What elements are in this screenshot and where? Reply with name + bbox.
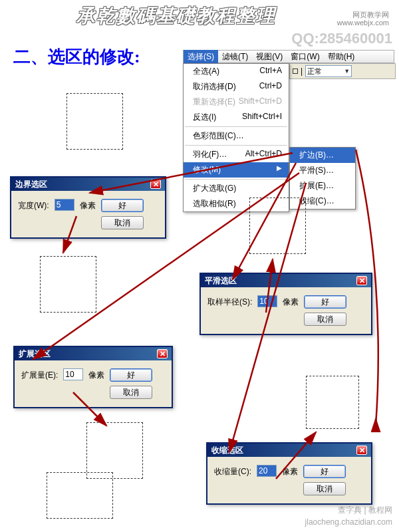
menu-item-inverse[interactable]: 反选(I)Shift+Ctrl+I bbox=[184, 110, 289, 125]
menu-item-reselect: 重新选择(E)Shift+Ctrl+D bbox=[184, 94, 289, 110]
cancel-button[interactable]: 取消 bbox=[110, 386, 152, 399]
ok-button[interactable]: 好 bbox=[303, 465, 346, 478]
menu-view[interactable]: 视图(V) bbox=[252, 50, 287, 64]
selection-box bbox=[306, 376, 359, 429]
menu-item-modify[interactable]: 修改(M)▶ bbox=[184, 162, 289, 178]
dialog-titlebar: 平滑选区 ✕ bbox=[201, 274, 371, 287]
unit-label: 像素 bbox=[80, 199, 96, 211]
submenu-item-border[interactable]: 扩边(B)… bbox=[290, 148, 355, 163]
tool-sep: | bbox=[301, 66, 303, 76]
dialog-title: 扩展选区 bbox=[19, 348, 51, 360]
selection-box bbox=[249, 198, 306, 254]
submenu-item-smooth[interactable]: 平滑(S)… bbox=[290, 163, 355, 178]
menu-item-colorrange[interactable]: 色彩范围(C)… bbox=[184, 128, 289, 144]
dialog-expand: 扩展选区 ✕ 扩展量(E): 像素 好 取消 bbox=[13, 346, 173, 408]
menubar: 选择(S) 滤镜(T) 视图(V) 窗口(W) 帮助(H) bbox=[183, 50, 394, 63]
menu-select[interactable]: 选择(S) bbox=[184, 50, 218, 64]
width-label: 宽度(W): bbox=[18, 199, 49, 211]
selection-box bbox=[86, 422, 143, 479]
submenu-item-expand[interactable]: 扩展(E)… bbox=[290, 178, 355, 194]
watermark-footer-url: jlaocheng.chazidian.com bbox=[305, 517, 392, 527]
close-icon[interactable]: ✕ bbox=[356, 276, 367, 285]
contract-input[interactable] bbox=[257, 465, 277, 477]
cancel-button[interactable]: 取消 bbox=[304, 313, 346, 326]
radius-input[interactable] bbox=[257, 295, 277, 307]
ok-button[interactable]: 好 bbox=[110, 368, 152, 382]
close-icon[interactable]: ✕ bbox=[157, 349, 168, 358]
select-menu-dropdown: 全选(A)Ctrl+A 取消选择(D)Ctrl+D 重新选择(E)Shift+C… bbox=[183, 63, 289, 212]
selection-box bbox=[47, 472, 113, 519]
blend-mode-value: 正常 bbox=[307, 66, 322, 76]
unit-label: 像素 bbox=[283, 295, 299, 308]
tool-icon[interactable] bbox=[293, 66, 298, 76]
close-icon[interactable]: ✕ bbox=[150, 180, 161, 189]
watermark-site-url: www.webjx.com bbox=[337, 19, 389, 27]
expand-input[interactable] bbox=[63, 368, 83, 380]
menu-item-feather[interactable]: 羽化(F)…Alt+Ctrl+D bbox=[184, 147, 289, 162]
close-icon[interactable]: ✕ bbox=[356, 446, 367, 455]
dialog-contract: 收缩选区 ✕ 收缩量(C): 像素 好 取消 bbox=[206, 442, 372, 505]
blend-mode-select[interactable]: 正常 ▼ bbox=[305, 65, 352, 77]
dialog-border: 边界选区 ✕ 宽度(W): 像素 好 取消 bbox=[10, 176, 166, 239]
width-input[interactable] bbox=[55, 199, 74, 211]
cancel-button[interactable]: 取消 bbox=[303, 482, 346, 495]
dialog-title: 收缩选区 bbox=[211, 445, 243, 456]
menu-window[interactable]: 窗口(W) bbox=[287, 50, 323, 64]
cancel-button[interactable]: 取消 bbox=[101, 216, 144, 229]
unit-label: 像素 bbox=[282, 465, 298, 477]
watermark-footer-site: 查字典 | 教程网 bbox=[338, 505, 392, 516]
toolbar: | 正常 ▼ bbox=[289, 63, 396, 79]
menu-item-grow[interactable]: 扩大选取(G) bbox=[184, 181, 289, 196]
expand-label: 扩展量(E): bbox=[21, 368, 58, 381]
dialog-titlebar: 边界选区 ✕ bbox=[11, 178, 165, 191]
dialog-titlebar: 收缩选区 ✕ bbox=[207, 444, 371, 457]
menu-filter[interactable]: 滤镜(T) bbox=[218, 50, 252, 64]
watermark-banner: 承乾數碼基礎教程整理 bbox=[76, 3, 276, 29]
dialog-smooth: 平滑选区 ✕ 取样半径(S): 像素 好 取消 bbox=[200, 273, 372, 335]
contract-label: 收缩量(C): bbox=[214, 465, 251, 477]
watermark-qq: QQ:285460001 bbox=[291, 30, 392, 47]
selection-box bbox=[40, 256, 96, 313]
dialog-titlebar: 扩展选区 ✕ bbox=[15, 347, 172, 360]
menu-item-all[interactable]: 全选(A)Ctrl+A bbox=[184, 64, 289, 79]
submenu-arrow-icon: ▶ bbox=[277, 164, 282, 176]
page-heading: 二、选区的修改: bbox=[13, 45, 140, 68]
unit-label: 像素 bbox=[88, 368, 104, 381]
menu-help[interactable]: 帮助(H) bbox=[324, 50, 359, 64]
menu-separator bbox=[185, 179, 287, 180]
menu-separator bbox=[185, 126, 287, 127]
chevron-down-icon: ▼ bbox=[344, 68, 350, 74]
dialog-title: 边界选区 bbox=[15, 179, 47, 190]
ok-button[interactable]: 好 bbox=[101, 199, 144, 212]
radius-label: 取样半径(S): bbox=[207, 295, 252, 308]
selection-box bbox=[66, 93, 123, 150]
dialog-title: 平滑选区 bbox=[205, 275, 237, 287]
menu-separator bbox=[185, 145, 287, 146]
menu-item-deselect[interactable]: 取消选择(D)Ctrl+D bbox=[184, 79, 289, 94]
ok-button[interactable]: 好 bbox=[304, 295, 346, 309]
